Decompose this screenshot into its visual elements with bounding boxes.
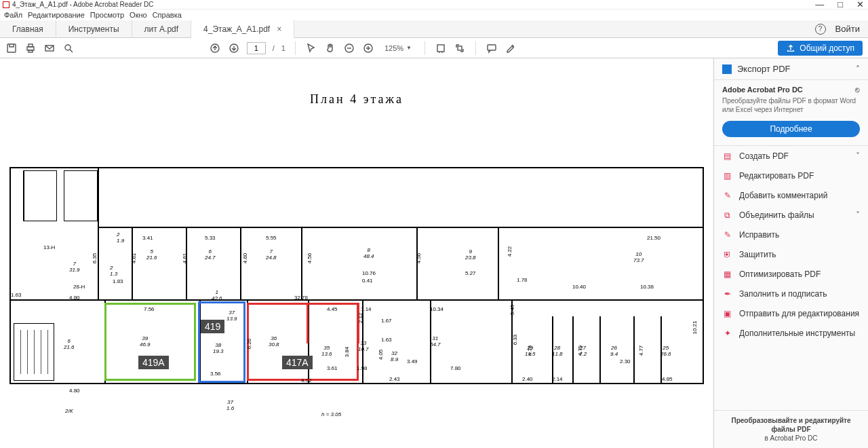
comment-icon[interactable] xyxy=(486,42,498,54)
main-area: ▸ План 4 этажа xyxy=(0,58,868,448)
chevron-down-icon: ˅ xyxy=(856,151,860,161)
tool-send-review[interactable]: ▣Отправить для редактирования xyxy=(714,303,868,323)
panel-footer: Преобразовывайте и редактируйте файлы PD… xyxy=(714,410,868,448)
combine-icon: ⧉ xyxy=(722,210,732,220)
svg-point-5 xyxy=(65,45,71,50)
room-label-419: 419 xyxy=(201,320,224,333)
page-down-icon[interactable] xyxy=(228,42,240,54)
tool-comment[interactable]: ✎Добавить комментарий xyxy=(714,185,868,205)
tab-tools[interactable]: Инструменты xyxy=(56,20,132,37)
menu-file[interactable]: Файл xyxy=(3,11,24,19)
page-separator: / xyxy=(273,44,275,52)
pro-sub: Преобразуйте файлы PDF в формат Word или… xyxy=(722,96,860,114)
window-titlebar: 4_Этаж_А_А1.pdf - Adobe Acrobat Reader D… xyxy=(0,0,868,10)
minimize-button[interactable]: — xyxy=(814,0,825,10)
create-pdf-icon: ▤ xyxy=(722,151,732,161)
plan-title: План 4 этажа xyxy=(0,92,713,107)
menu-window[interactable]: Окно xyxy=(128,11,149,19)
zoom-dropdown[interactable]: 125% ▼ xyxy=(381,43,415,54)
tab-home[interactable]: Главная xyxy=(0,20,56,37)
save-icon[interactable] xyxy=(5,42,18,54)
room-label-417a: 417А xyxy=(282,356,313,369)
edit-pdf-icon: ▥ xyxy=(722,170,732,181)
pro-learn-more-button[interactable]: Подробнее xyxy=(722,121,860,137)
caret-down-icon: ▼ xyxy=(406,45,412,51)
share-button[interactable]: Общий доступ xyxy=(778,41,863,56)
login-link[interactable]: Войти xyxy=(835,24,860,34)
svg-rect-10 xyxy=(437,45,444,52)
export-pdf-icon: ⎘ xyxy=(722,64,732,74)
svg-rect-2 xyxy=(28,44,33,47)
tools-panel: ⎘ Экспорт PDF ˄ Adobe Acrobat Pro DC ⎋ П… xyxy=(713,58,868,448)
comment-tool-icon: ✎ xyxy=(722,190,732,200)
tab-close-icon[interactable]: × xyxy=(277,24,281,34)
floor-plan: 419А 419 417А 3.41 5.33 5.55 6.35 4.61 4… xyxy=(9,167,704,384)
highlight-icon[interactable] xyxy=(505,42,517,54)
fit-width-icon[interactable] xyxy=(435,42,447,54)
menu-edit[interactable]: Редактирование xyxy=(26,11,86,19)
tool-more[interactable]: ✦Дополнительные инструменты xyxy=(714,323,868,343)
hand-tool-icon[interactable] xyxy=(324,42,336,54)
app-icon xyxy=(3,1,9,8)
svg-rect-12 xyxy=(488,45,496,50)
more-tools-icon: ✦ xyxy=(722,328,732,338)
fix-icon: ✎ xyxy=(722,229,732,240)
menu-bar: Файл Редактирование Просмотр Окно Справк… xyxy=(0,10,868,20)
search-icon[interactable] xyxy=(62,42,75,54)
document-viewport[interactable]: ▸ План 4 этажа xyxy=(0,58,713,448)
tool-edit-pdf[interactable]: ▥Редактировать PDF xyxy=(714,166,868,185)
tool-combine[interactable]: ⧉Объединить файлы˅ xyxy=(714,205,868,225)
tab-doc-1[interactable]: лит A.pdf xyxy=(132,20,192,37)
svg-rect-1 xyxy=(27,47,34,50)
svg-rect-11 xyxy=(458,46,462,50)
tool-fill-sign[interactable]: ✒Заполнить и подписать xyxy=(714,284,868,303)
document-tabs: Главная Инструменты лит A.pdf 4_Этаж_А_А… xyxy=(0,20,868,38)
print-icon[interactable] xyxy=(24,42,37,54)
pro-title: Adobe Acrobat Pro DC xyxy=(722,86,803,94)
chevron-up-icon: ˄ xyxy=(856,64,860,74)
fit-page-icon[interactable] xyxy=(454,42,466,54)
link-icon[interactable]: ⎋ xyxy=(855,86,860,94)
tab-doc-2[interactable]: 4_Этаж_А_А1.pdf × xyxy=(191,20,294,38)
menu-view[interactable]: Просмотр xyxy=(89,11,125,19)
tool-create-pdf[interactable]: ▤Создать PDF˅ xyxy=(714,146,868,166)
document-canvas: План 4 этажа xyxy=(0,58,713,448)
fill-sign-icon: ✒ xyxy=(722,288,732,299)
page-total: 1 xyxy=(281,44,285,52)
zoom-in-icon[interactable] xyxy=(362,42,374,54)
svg-rect-3 xyxy=(28,50,33,52)
tool-protect[interactable]: ⛨Защитить xyxy=(714,244,868,264)
window-title: 4_Этаж_А_А1.pdf - Adobe Acrobat Reader D… xyxy=(12,1,153,8)
page-up-icon[interactable] xyxy=(209,42,221,54)
optimize-icon: ▦ xyxy=(722,269,732,279)
svg-rect-0 xyxy=(7,44,16,52)
panel-pro-box: Adobe Acrobat Pro DC ⎋ Преобразуйте файл… xyxy=(714,80,868,146)
selection-tool-icon[interactable] xyxy=(305,42,317,54)
tool-fix[interactable]: ✎Исправить xyxy=(714,225,868,244)
help-icon[interactable]: ? xyxy=(815,24,826,35)
protect-icon: ⛨ xyxy=(722,249,732,259)
panel-export-header[interactable]: ⎘ Экспорт PDF ˄ xyxy=(714,58,868,80)
page-input[interactable] xyxy=(247,42,266,54)
send-icon: ▣ xyxy=(722,308,732,318)
tool-optimize[interactable]: ▦Оптимизировать PDF xyxy=(714,264,868,284)
maximize-button[interactable]: □ xyxy=(836,0,844,10)
zoom-out-icon[interactable] xyxy=(343,42,355,54)
close-button[interactable]: ✕ xyxy=(855,0,865,10)
toolbar: / 1 125% ▼ Общий доступ xyxy=(0,38,868,58)
chevron-down-icon: ˅ xyxy=(856,210,860,220)
mail-icon[interactable] xyxy=(43,42,56,54)
room-label-419a: 419А xyxy=(138,356,169,369)
menu-help[interactable]: Справка xyxy=(151,11,183,19)
